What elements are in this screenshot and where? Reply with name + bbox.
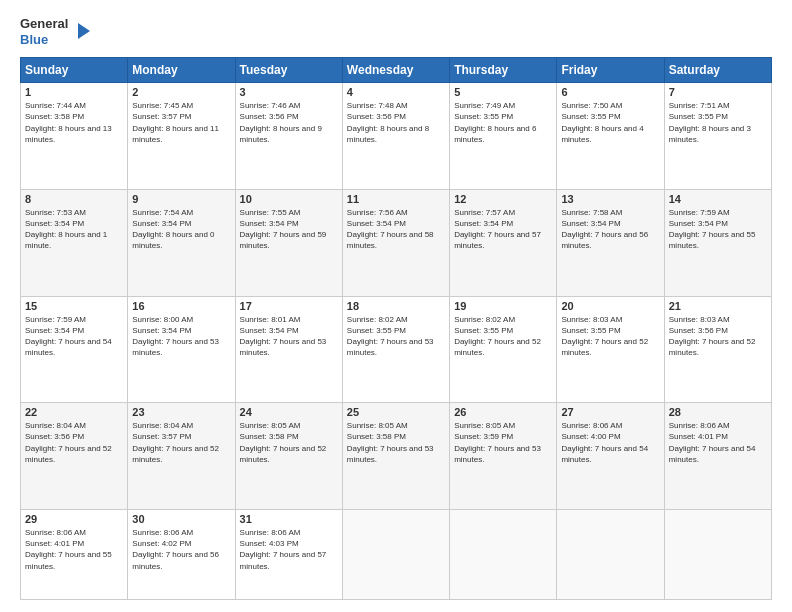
day-number: 9 [132, 193, 230, 205]
calendar-header-wednesday: Wednesday [342, 58, 449, 83]
calendar-cell: 1Sunrise: 7:44 AMSunset: 3:58 PMDaylight… [21, 83, 128, 190]
calendar-cell: 27Sunrise: 8:06 AMSunset: 4:00 PMDayligh… [557, 403, 664, 510]
calendar-cell: 25Sunrise: 8:05 AMSunset: 3:58 PMDayligh… [342, 403, 449, 510]
logo-arrow-icon [72, 23, 90, 41]
day-info: Sunrise: 7:58 AMSunset: 3:54 PMDaylight:… [561, 208, 648, 251]
calendar-header-friday: Friday [557, 58, 664, 83]
logo-text: General Blue [20, 16, 90, 47]
calendar-cell: 23Sunrise: 8:04 AMSunset: 3:57 PMDayligh… [128, 403, 235, 510]
calendar-header-saturday: Saturday [664, 58, 771, 83]
day-info: Sunrise: 7:59 AMSunset: 3:54 PMDaylight:… [25, 315, 112, 358]
day-number: 22 [25, 406, 123, 418]
day-info: Sunrise: 8:05 AMSunset: 3:58 PMDaylight:… [347, 421, 434, 464]
day-info: Sunrise: 8:03 AMSunset: 3:55 PMDaylight:… [561, 315, 648, 358]
calendar-cell: 2Sunrise: 7:45 AMSunset: 3:57 PMDaylight… [128, 83, 235, 190]
calendar-cell: 28Sunrise: 8:06 AMSunset: 4:01 PMDayligh… [664, 403, 771, 510]
day-number: 13 [561, 193, 659, 205]
day-info: Sunrise: 7:57 AMSunset: 3:54 PMDaylight:… [454, 208, 541, 251]
day-number: 30 [132, 513, 230, 525]
calendar-header-sunday: Sunday [21, 58, 128, 83]
day-number: 2 [132, 86, 230, 98]
day-number: 21 [669, 300, 767, 312]
header: General Blue [20, 16, 772, 47]
calendar-week-2: 8Sunrise: 7:53 AMSunset: 3:54 PMDaylight… [21, 189, 772, 296]
day-number: 14 [669, 193, 767, 205]
calendar-header-monday: Monday [128, 58, 235, 83]
calendar-header-thursday: Thursday [450, 58, 557, 83]
day-info: Sunrise: 7:55 AMSunset: 3:54 PMDaylight:… [240, 208, 327, 251]
day-number: 10 [240, 193, 338, 205]
day-info: Sunrise: 8:00 AMSunset: 3:54 PMDaylight:… [132, 315, 219, 358]
page: General Blue SundayMondayTuesdayWednesda… [0, 0, 792, 612]
day-info: Sunrise: 8:02 AMSunset: 3:55 PMDaylight:… [454, 315, 541, 358]
day-number: 16 [132, 300, 230, 312]
day-info: Sunrise: 7:50 AMSunset: 3:55 PMDaylight:… [561, 101, 643, 144]
day-info: Sunrise: 7:59 AMSunset: 3:54 PMDaylight:… [669, 208, 756, 251]
day-info: Sunrise: 8:06 AMSunset: 4:01 PMDaylight:… [669, 421, 756, 464]
calendar-week-3: 15Sunrise: 7:59 AMSunset: 3:54 PMDayligh… [21, 296, 772, 403]
calendar-week-5: 29Sunrise: 8:06 AMSunset: 4:01 PMDayligh… [21, 510, 772, 600]
day-number: 28 [669, 406, 767, 418]
day-info: Sunrise: 8:01 AMSunset: 3:54 PMDaylight:… [240, 315, 327, 358]
calendar-cell: 21Sunrise: 8:03 AMSunset: 3:56 PMDayligh… [664, 296, 771, 403]
calendar-cell: 8Sunrise: 7:53 AMSunset: 3:54 PMDaylight… [21, 189, 128, 296]
day-number: 29 [25, 513, 123, 525]
day-number: 8 [25, 193, 123, 205]
calendar-cell: 24Sunrise: 8:05 AMSunset: 3:58 PMDayligh… [235, 403, 342, 510]
day-info: Sunrise: 8:06 AMSunset: 4:00 PMDaylight:… [561, 421, 648, 464]
day-number: 1 [25, 86, 123, 98]
day-number: 24 [240, 406, 338, 418]
calendar-cell: 20Sunrise: 8:03 AMSunset: 3:55 PMDayligh… [557, 296, 664, 403]
calendar-cell: 9Sunrise: 7:54 AMSunset: 3:54 PMDaylight… [128, 189, 235, 296]
calendar-cell: 29Sunrise: 8:06 AMSunset: 4:01 PMDayligh… [21, 510, 128, 600]
day-number: 15 [25, 300, 123, 312]
calendar-cell: 16Sunrise: 8:00 AMSunset: 3:54 PMDayligh… [128, 296, 235, 403]
day-number: 4 [347, 86, 445, 98]
calendar-cell [342, 510, 449, 600]
day-info: Sunrise: 8:05 AMSunset: 3:59 PMDaylight:… [454, 421, 541, 464]
day-number: 18 [347, 300, 445, 312]
calendar-cell: 31Sunrise: 8:06 AMSunset: 4:03 PMDayligh… [235, 510, 342, 600]
day-info: Sunrise: 8:06 AMSunset: 4:03 PMDaylight:… [240, 528, 327, 571]
calendar-cell: 30Sunrise: 8:06 AMSunset: 4:02 PMDayligh… [128, 510, 235, 600]
calendar-cell: 7Sunrise: 7:51 AMSunset: 3:55 PMDaylight… [664, 83, 771, 190]
day-info: Sunrise: 7:45 AMSunset: 3:57 PMDaylight:… [132, 101, 219, 144]
calendar-cell: 22Sunrise: 8:04 AMSunset: 3:56 PMDayligh… [21, 403, 128, 510]
calendar-cell [664, 510, 771, 600]
calendar-cell: 12Sunrise: 7:57 AMSunset: 3:54 PMDayligh… [450, 189, 557, 296]
calendar-week-4: 22Sunrise: 8:04 AMSunset: 3:56 PMDayligh… [21, 403, 772, 510]
calendar-cell: 17Sunrise: 8:01 AMSunset: 3:54 PMDayligh… [235, 296, 342, 403]
day-number: 17 [240, 300, 338, 312]
calendar-week-1: 1Sunrise: 7:44 AMSunset: 3:58 PMDaylight… [21, 83, 772, 190]
calendar-cell [450, 510, 557, 600]
calendar-cell: 26Sunrise: 8:05 AMSunset: 3:59 PMDayligh… [450, 403, 557, 510]
day-info: Sunrise: 7:46 AMSunset: 3:56 PMDaylight:… [240, 101, 322, 144]
calendar-table: SundayMondayTuesdayWednesdayThursdayFrid… [20, 57, 772, 600]
calendar-cell [557, 510, 664, 600]
day-info: Sunrise: 7:53 AMSunset: 3:54 PMDaylight:… [25, 208, 107, 251]
day-info: Sunrise: 7:54 AMSunset: 3:54 PMDaylight:… [132, 208, 214, 251]
calendar-cell: 19Sunrise: 8:02 AMSunset: 3:55 PMDayligh… [450, 296, 557, 403]
calendar-cell: 3Sunrise: 7:46 AMSunset: 3:56 PMDaylight… [235, 83, 342, 190]
day-info: Sunrise: 7:48 AMSunset: 3:56 PMDaylight:… [347, 101, 429, 144]
day-number: 19 [454, 300, 552, 312]
day-number: 20 [561, 300, 659, 312]
calendar-body: 1Sunrise: 7:44 AMSunset: 3:58 PMDaylight… [21, 83, 772, 600]
logo: General Blue [20, 16, 90, 47]
day-number: 26 [454, 406, 552, 418]
day-number: 31 [240, 513, 338, 525]
day-info: Sunrise: 8:04 AMSunset: 3:57 PMDaylight:… [132, 421, 219, 464]
calendar-header-row: SundayMondayTuesdayWednesdayThursdayFrid… [21, 58, 772, 83]
day-info: Sunrise: 8:05 AMSunset: 3:58 PMDaylight:… [240, 421, 327, 464]
calendar-cell: 11Sunrise: 7:56 AMSunset: 3:54 PMDayligh… [342, 189, 449, 296]
day-number: 23 [132, 406, 230, 418]
calendar-cell: 14Sunrise: 7:59 AMSunset: 3:54 PMDayligh… [664, 189, 771, 296]
day-info: Sunrise: 8:04 AMSunset: 3:56 PMDaylight:… [25, 421, 112, 464]
day-info: Sunrise: 8:02 AMSunset: 3:55 PMDaylight:… [347, 315, 434, 358]
day-info: Sunrise: 7:56 AMSunset: 3:54 PMDaylight:… [347, 208, 434, 251]
calendar-cell: 15Sunrise: 7:59 AMSunset: 3:54 PMDayligh… [21, 296, 128, 403]
svg-marker-0 [78, 23, 90, 39]
calendar-cell: 10Sunrise: 7:55 AMSunset: 3:54 PMDayligh… [235, 189, 342, 296]
calendar-cell: 18Sunrise: 8:02 AMSunset: 3:55 PMDayligh… [342, 296, 449, 403]
calendar-header-tuesday: Tuesday [235, 58, 342, 83]
